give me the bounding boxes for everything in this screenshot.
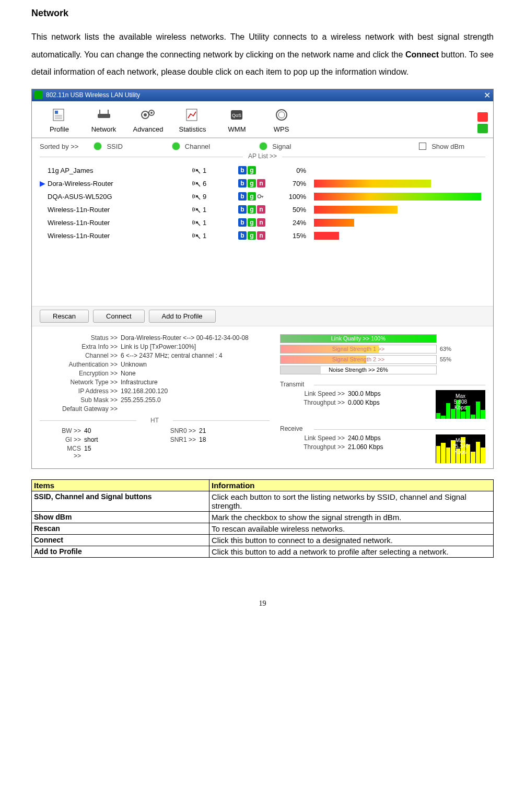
tab-wmm[interactable]: QoS WMM xyxy=(215,104,259,137)
tx-max-label: Max xyxy=(456,393,465,399)
selected-indicator-icon: ▶ xyxy=(40,179,48,187)
svg-rect-5 xyxy=(98,114,110,118)
sort-ssid-button[interactable]: SSID xyxy=(94,143,122,150)
link-quality-meter: Link Quality >> 100% xyxy=(280,334,485,343)
tab-network[interactable]: Network xyxy=(81,104,126,137)
ap-ssid: DQA-ASUS-WL520G xyxy=(48,193,191,201)
sort-channel-button[interactable]: Channel xyxy=(172,143,210,150)
mcs-k: MCS >> xyxy=(61,445,84,460)
tx-speed-v: 300.0 Mbps xyxy=(348,390,381,397)
signal2-extra: 55% xyxy=(440,356,451,362)
tab-wps[interactable]: WPS xyxy=(259,104,304,137)
svg-point-15 xyxy=(276,110,287,120)
gi-k: GI >> xyxy=(40,436,84,443)
snr1-k: SNR1 >> xyxy=(155,436,199,443)
th-items: Items xyxy=(32,479,209,491)
ap-row[interactable]: Wireless-11n-Router 1 bgn 15% xyxy=(40,229,485,242)
show-dbm-label: Show dBm xyxy=(431,143,464,150)
tab-profile[interactable]: Profile xyxy=(37,104,81,137)
mode-b-icon: b xyxy=(238,205,247,214)
connect-button[interactable]: Connect xyxy=(93,310,144,323)
rescan-button[interactable]: Rescan xyxy=(40,310,89,323)
mode-n-icon: n xyxy=(257,205,265,214)
tab-advanced[interactable]: Advanced xyxy=(126,104,170,137)
window-title: 802.11n USB Wireless LAN Utility xyxy=(46,91,140,99)
close-icon[interactable]: ✕ xyxy=(484,90,491,100)
mode-g-icon: g xyxy=(248,166,256,174)
ap-channel: 1 xyxy=(191,231,238,240)
ap-row[interactable]: 11g AP_James 1 bg 0% xyxy=(40,164,485,177)
info-cell: Click each button to sort the listing ne… xyxy=(209,491,494,511)
mask-v: 255.255.255.0 xyxy=(121,396,161,404)
signal1-label: Signal Strength 1 >> xyxy=(281,346,436,352)
ap-signal-bar xyxy=(314,193,481,201)
tab-statistics[interactable]: Statistics xyxy=(170,104,215,137)
ap-modes: bgn xyxy=(238,205,283,214)
ap-list: 11g AP_James 1 bg 0% ▶ Dora-Wireless-Rou… xyxy=(32,160,493,306)
extra-k: Extra Info >> xyxy=(40,343,121,350)
svg-line-30 xyxy=(197,236,200,239)
table-row: ConnectClick this button to connect to a… xyxy=(32,534,494,546)
ap-ssid: Wireless-11n-Router xyxy=(48,206,191,214)
tab-statistics-label: Statistics xyxy=(179,125,206,133)
channel-icon xyxy=(191,218,202,227)
ap-row[interactable]: ▶ Dora-Wireless-Router 6 bgn 70% xyxy=(40,177,485,190)
rx-max-unit: Kbps xyxy=(454,449,466,455)
mode-g-icon: g xyxy=(248,192,256,201)
status-section: Status >>Dora-Wireless-Router <--> 00-46… xyxy=(32,326,493,468)
ap-signal-pct: 50% xyxy=(283,206,314,214)
svg-line-28 xyxy=(197,222,200,226)
ap-row[interactable]: Wireless-11n-Router 1 bgn 50% xyxy=(40,203,485,216)
page-number: 19 xyxy=(31,599,494,608)
ap-ssid: Dora-Wireless-Router xyxy=(48,180,191,187)
ap-ssid: Wireless-11n-Router xyxy=(48,232,191,240)
rx-tp-v: 21.060 Kbps xyxy=(348,443,383,451)
ap-channel: 1 xyxy=(191,166,238,174)
radio-off-icon[interactable] xyxy=(477,112,488,122)
channel-icon xyxy=(191,192,202,201)
radio-on-icon[interactable] xyxy=(477,124,488,133)
mode-b-icon: b xyxy=(238,179,247,187)
app-icon xyxy=(34,91,43,99)
ap-signal-bar xyxy=(314,180,481,187)
enc-v: None xyxy=(121,370,136,377)
rx-speed-v: 240.0 Mbps xyxy=(348,434,381,442)
radio-icon xyxy=(94,143,101,150)
snr0-v: 21 xyxy=(199,427,206,434)
channel-v: 6 <--> 2437 MHz; central channel : 4 xyxy=(121,352,223,359)
svg-text:QoS: QoS xyxy=(231,113,241,118)
show-dbm-checkbox[interactable]: Show dBm xyxy=(388,143,464,150)
wmm-icon: QoS xyxy=(215,107,259,123)
mode-b-icon: b xyxy=(238,192,247,201)
sort-channel-label: Channel xyxy=(185,143,210,150)
item-cell: Show dBm xyxy=(32,511,209,523)
item-cell: SSID, Channel and Signal buttons xyxy=(32,491,209,511)
sort-signal-button[interactable]: Signal xyxy=(260,143,291,150)
add-to-profile-button[interactable]: Add to Profile xyxy=(149,310,216,323)
signal1-meter: Signal Strength 1 >> 63% xyxy=(280,345,485,354)
toolbar: Profile Network Advanced Statistics QoS … xyxy=(32,101,493,138)
table-row: Add to ProfileClick this button to add a… xyxy=(32,546,494,557)
tx-tp-v: 0.000 Kbps xyxy=(348,399,380,406)
channel-k: Channel >> xyxy=(40,352,121,359)
info-cell: Mark the checkbox to show the signal str… xyxy=(209,511,494,523)
sort-ssid-label: SSID xyxy=(107,143,122,150)
mode-g-icon: g xyxy=(248,179,256,187)
snr0-k: SNR0 >> xyxy=(155,427,199,434)
ip-k: IP Address >> xyxy=(40,387,121,395)
ap-signal-bar xyxy=(314,167,481,174)
receive-header: Receive xyxy=(280,425,485,432)
status-v: Dora-Wireless-Router <--> 00-46-12-34-00… xyxy=(121,334,249,342)
noise-label: Noise Strength >> 26% xyxy=(281,367,436,373)
tx-speed-k: Link Speed >> xyxy=(280,390,348,397)
tx-tp-k: Throughput >> xyxy=(280,399,348,406)
gi-v: short xyxy=(84,436,98,443)
ap-signal-pct: 24% xyxy=(283,219,314,227)
svg-line-26 xyxy=(197,209,200,213)
ap-modes: bgn xyxy=(238,179,283,187)
info-cell: Click this button to add a network to pr… xyxy=(209,546,494,557)
ap-row[interactable]: DQA-ASUS-WL520G 9 bg 100% xyxy=(40,190,485,203)
ap-modes: bgn xyxy=(238,218,283,227)
ap-row[interactable]: Wireless-11n-Router 1 bgn 24% xyxy=(40,216,485,229)
ht-header: HT xyxy=(40,417,270,424)
